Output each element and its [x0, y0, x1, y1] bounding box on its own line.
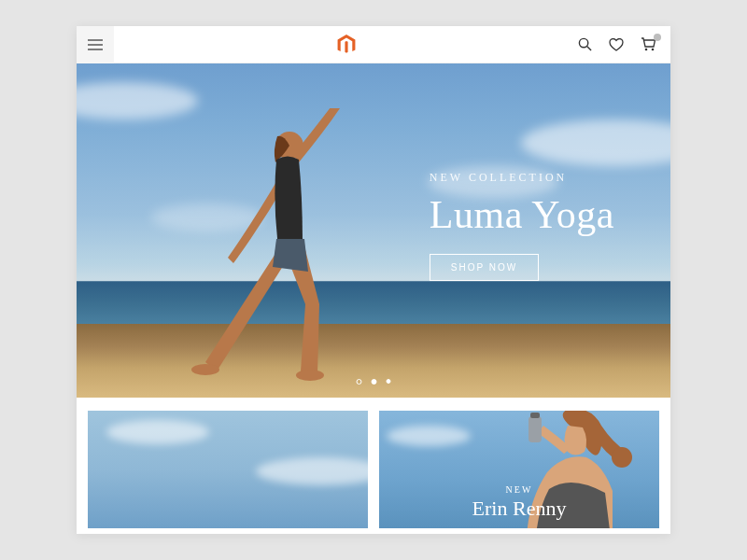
svg-point-4	[296, 370, 324, 381]
svg-point-6	[612, 447, 632, 468]
top-actions	[578, 37, 663, 51]
carousel-dot-3[interactable]	[387, 379, 391, 384]
topbar	[77, 26, 670, 63]
svg-point-0	[579, 38, 587, 47]
carousel-dots	[357, 379, 391, 385]
card-eyebrow: NEW	[379, 484, 659, 495]
search-button[interactable]	[578, 37, 592, 51]
hero-title: Luma Yoga	[430, 192, 614, 237]
cloud-decoration	[387, 426, 471, 446]
svg-point-1	[645, 49, 648, 51]
svg-point-5	[191, 364, 219, 375]
carousel-dot-1[interactable]	[357, 379, 362, 385]
magento-logo-icon	[337, 35, 356, 55]
yoga-figure	[179, 108, 394, 388]
promo-card-2[interactable]: NEW Erin Renny	[379, 411, 659, 528]
promo-card-1[interactable]	[88, 411, 368, 528]
svg-rect-7	[529, 416, 542, 442]
menu-button[interactable]	[77, 26, 114, 63]
card-text: NEW Erin Renny	[379, 484, 659, 521]
svg-point-2	[652, 49, 655, 51]
promo-cards: NEW Erin Renny	[77, 398, 670, 528]
heart-icon	[609, 38, 624, 51]
hero-banner: NEW COLLECTION Luma Yoga SHOP NOW	[77, 63, 670, 398]
search-icon	[578, 37, 592, 51]
svg-rect-8	[530, 413, 540, 418]
wishlist-button[interactable]	[609, 38, 624, 51]
hero-text: NEW COLLECTION Luma Yoga SHOP NOW	[430, 171, 614, 281]
cloud-decoration	[106, 420, 209, 444]
hamburger-icon	[88, 39, 103, 50]
cart-badge	[654, 34, 661, 41]
cart-icon	[641, 37, 655, 51]
shop-now-button[interactable]: SHOP NOW	[430, 254, 539, 281]
logo[interactable]	[337, 35, 356, 55]
card-title: Erin Renny	[379, 497, 659, 521]
site-frame: NEW COLLECTION Luma Yoga SHOP NOW	[77, 26, 670, 534]
hero-eyebrow: NEW COLLECTION	[430, 171, 614, 185]
cart-button[interactable]	[641, 37, 655, 51]
carousel-dot-2[interactable]	[372, 379, 377, 385]
